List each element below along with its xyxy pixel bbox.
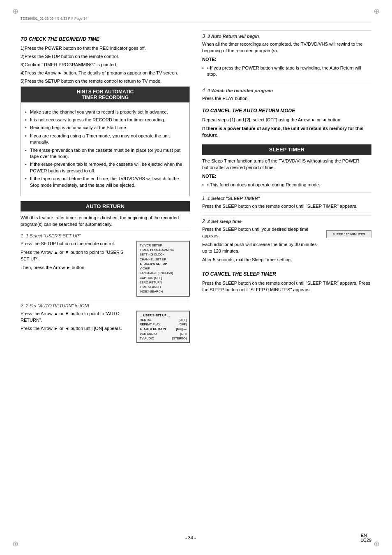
hint-item: If you are recording using a Timer mode,… (25, 133, 185, 146)
auto-return-step2: 2 2 Set "AUTO RETURN" to [ON] Press the … (21, 300, 190, 344)
divider2 (202, 213, 371, 213)
reg-mark-br: ⊕ (374, 540, 380, 548)
sleep-step2-section: 2 2 Set sleep time Press the SLEEP butto… (202, 216, 371, 265)
step3-header: 3 3 Auto Return will begin (202, 33, 371, 39)
hint-item: The erase-prevention tab on the cassette… (25, 147, 185, 160)
auto-return-step1: 1 1 Select "USER'S SET UP" Press the SET… (21, 230, 190, 297)
page-footer: - 34 - EN 1C29 (21, 533, 371, 543)
tv-screen-2: ... USER'S SET UP ... RENTAL[OFF] REPEAT… (136, 311, 190, 344)
hint-item: If the erase-prevention tab is removed, … (25, 161, 185, 174)
reg-mark-tl: ⊕ (12, 7, 18, 15)
step4-header: 4 4 Watch the recorded program (202, 88, 371, 93)
cancel-sleep-section: TO CANCEL THE SLEEP TIMER Press the SLEE… (202, 271, 371, 293)
auto-return-intro: With this feature, after timer recording… (21, 215, 190, 228)
step2-header: 2 2 Set "AUTO RETURN" to [ON] (21, 303, 190, 309)
hint-item: Make sure the channel you want to record… (25, 109, 185, 115)
hints-box: HINTS FOR AUTOMATIC TIMER RECORDING Make… (21, 86, 190, 196)
page-header: TD530/601_01-36 02.4.5 6:33 PM Page 34 (21, 16, 371, 23)
sleep-step1-header: 1 1 Select "SLEEP TIMER" (202, 195, 371, 201)
tv-screen-1: TV/VCR SETUP TIMER PROGRAMMING SETTING C… (136, 241, 190, 297)
sleep-timer-title: SLEEP TIMER (202, 144, 371, 155)
sleep-timer-note-list: • This function does not operate during … (202, 182, 371, 188)
step-check-2: 2)Press the SETUP button on the remote c… (21, 53, 190, 60)
cancel-sleep-title: TO CANCEL THE SLEEP TIMER (202, 271, 371, 277)
hint-item: If the tape runs out before the end time… (25, 176, 185, 188)
step2-content: Press the Arrow ▲ or ▼ button to point t… (21, 311, 190, 344)
reg-mark-bl: ⊕ (12, 540, 18, 548)
hints-list: Make sure the channel you want to record… (25, 109, 185, 188)
step-check-1: 1)Press the POWER button so that the REC… (21, 45, 190, 52)
left-column: TO CHECK THE BEGIN/END TIME 1)Press the … (21, 30, 190, 346)
sleep-screen: SLEEP 120 MINUTES (326, 230, 371, 238)
sleep-timer-note: • This function does not operate during … (202, 182, 371, 188)
step4-section: 4 4 Watch the recorded program Press the… (202, 85, 371, 102)
sleep-step2-header: 2 2 Set sleep time (202, 218, 371, 224)
cancel-auto-return-title: TO CANCEL THE AUTO RETURN MODE (202, 108, 371, 114)
header-text: TD530/601_01-36 02.4.5 6:33 PM Page 34 (21, 16, 88, 21)
hints-box-header: HINTS FOR AUTOMATIC TIMER RECORDING (21, 87, 189, 102)
step1-header: 1 1 Select "USER'S SET UP" (21, 233, 190, 239)
step1-content: Press the SETUP button on the remote con… (21, 241, 190, 297)
reg-mark-tr: ⊕ (374, 7, 380, 15)
divider1 (202, 82, 371, 82)
page-number-center: - 34 - (21, 535, 361, 540)
step3-section: 3 3 Auto Return will begin When all the … (202, 30, 371, 78)
auto-return-section: AUTO RETURN With this feature, after tim… (21, 201, 190, 343)
section-check-steps: 1)Press the POWER button so that the REC… (21, 45, 190, 85)
step-check-4: 4)Press the Arrow ► button. The details … (21, 70, 190, 77)
auto-return-title: AUTO RETURN (21, 201, 190, 211)
step3-note: • If you press the POWER button while ta… (202, 65, 371, 78)
step-check-3: 3)Confirm "TIMER PROGRAMMING" is pointed… (21, 62, 190, 68)
sleep-timer-section: SLEEP TIMER The Sleep Timer function tur… (202, 144, 371, 293)
hint-item: It is not necessary to press the RECORD … (25, 117, 185, 123)
step3-note-list: • If you press the POWER button while ta… (202, 65, 371, 78)
sleep-step1-section: 1 1 Select "SLEEP TIMER" Press the SLEEP… (202, 193, 371, 210)
cancel-auto-return-section: TO CANCEL THE AUTO RETURN MODE Repeat st… (202, 108, 371, 139)
section-check-title: TO CHECK THE BEGIN/END TIME (21, 36, 190, 42)
right-column: 3 3 Auto Return will begin When all the … (202, 30, 371, 346)
sleep-step2-content: Press the SLEEP button until your desire… (202, 226, 371, 265)
hint-item: Recording begins automatically at the St… (25, 125, 185, 131)
step-check-5: 5)Press the SETUP button on the remote c… (21, 78, 190, 85)
page-lang-code: EN 1C29 (361, 533, 371, 543)
